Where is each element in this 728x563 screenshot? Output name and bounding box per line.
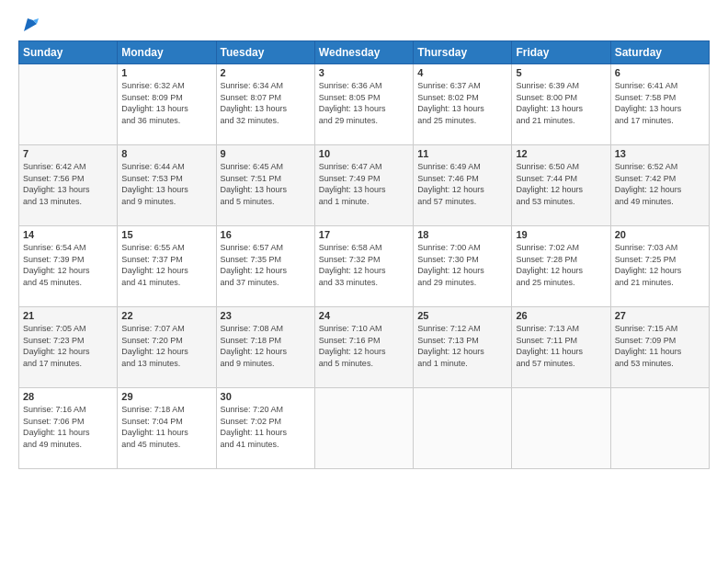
day-info: Sunrise: 7:05 AM Sunset: 7:23 PM Dayligh… [23, 323, 113, 369]
calendar-table: SundayMondayTuesdayWednesdayThursdayFrid… [18, 40, 710, 469]
day-info: Sunrise: 6:32 AM Sunset: 8:09 PM Dayligh… [121, 80, 211, 126]
day-number: 3 [319, 67, 409, 78]
day-number: 13 [615, 148, 705, 159]
day-number: 10 [319, 148, 409, 159]
day-info: Sunrise: 6:50 AM Sunset: 7:44 PM Dayligh… [516, 161, 606, 207]
day-number: 4 [417, 67, 507, 78]
calendar-cell: 23Sunrise: 7:08 AM Sunset: 7:18 PM Dayli… [216, 307, 314, 388]
day-info: Sunrise: 6:41 AM Sunset: 7:58 PM Dayligh… [615, 80, 705, 126]
day-number: 16 [221, 229, 311, 240]
day-info: Sunrise: 7:20 AM Sunset: 7:02 PM Dayligh… [221, 404, 311, 450]
col-header-wednesday: Wednesday [314, 41, 413, 64]
day-info: Sunrise: 7:07 AM Sunset: 7:20 PM Dayligh… [121, 323, 211, 369]
calendar-header-row: SundayMondayTuesdayWednesdayThursdayFrid… [19, 41, 710, 64]
calendar-cell: 10Sunrise: 6:47 AM Sunset: 7:49 PM Dayli… [314, 145, 413, 226]
col-header-sunday: Sunday [19, 41, 118, 64]
calendar-cell: 29Sunrise: 7:18 AM Sunset: 7:04 PM Dayli… [118, 388, 216, 469]
day-number: 27 [615, 310, 705, 321]
day-number: 29 [121, 391, 211, 402]
day-number: 17 [319, 229, 409, 240]
col-header-tuesday: Tuesday [216, 41, 314, 64]
day-info: Sunrise: 6:58 AM Sunset: 7:32 PM Dayligh… [319, 242, 409, 288]
col-header-monday: Monday [118, 41, 216, 64]
header [18, 15, 710, 31]
day-info: Sunrise: 7:12 AM Sunset: 7:13 PM Dayligh… [417, 323, 507, 369]
calendar-week-row: 7Sunrise: 6:42 AM Sunset: 7:56 PM Daylig… [19, 145, 710, 226]
calendar-cell: 6Sunrise: 6:41 AM Sunset: 7:58 PM Daylig… [610, 64, 709, 145]
col-header-thursday: Thursday [414, 41, 512, 64]
day-info: Sunrise: 6:34 AM Sunset: 8:07 PM Dayligh… [221, 80, 311, 126]
calendar-cell: 28Sunrise: 7:16 AM Sunset: 7:06 PM Dayli… [19, 388, 118, 469]
calendar-cell [414, 388, 512, 469]
col-header-saturday: Saturday [610, 41, 709, 64]
calendar-cell: 24Sunrise: 7:10 AM Sunset: 7:16 PM Dayli… [314, 307, 413, 388]
day-number: 12 [516, 148, 606, 159]
day-number: 23 [221, 310, 311, 321]
calendar-week-row: 21Sunrise: 7:05 AM Sunset: 7:23 PM Dayli… [19, 307, 710, 388]
day-info: Sunrise: 6:52 AM Sunset: 7:42 PM Dayligh… [615, 161, 705, 207]
calendar-cell: 9Sunrise: 6:45 AM Sunset: 7:51 PM Daylig… [216, 145, 314, 226]
day-info: Sunrise: 6:45 AM Sunset: 7:51 PM Dayligh… [221, 161, 311, 207]
calendar-cell: 25Sunrise: 7:12 AM Sunset: 7:13 PM Dayli… [414, 307, 512, 388]
calendar-week-row: 1Sunrise: 6:32 AM Sunset: 8:09 PM Daylig… [19, 64, 710, 145]
page: SundayMondayTuesdayWednesdayThursdayFrid… [0, 0, 728, 563]
calendar-cell [512, 388, 610, 469]
col-header-friday: Friday [512, 41, 610, 64]
day-number: 18 [417, 229, 507, 240]
day-number: 15 [121, 229, 211, 240]
calendar-cell: 3Sunrise: 6:36 AM Sunset: 8:05 PM Daylig… [314, 64, 413, 145]
day-info: Sunrise: 7:15 AM Sunset: 7:09 PM Dayligh… [615, 323, 705, 369]
day-number: 14 [23, 229, 113, 240]
calendar-cell: 7Sunrise: 6:42 AM Sunset: 7:56 PM Daylig… [19, 145, 118, 226]
day-number: 8 [121, 148, 211, 159]
day-info: Sunrise: 7:02 AM Sunset: 7:28 PM Dayligh… [516, 242, 606, 288]
day-number: 11 [417, 148, 507, 159]
calendar-cell [314, 388, 413, 469]
day-number: 1 [121, 67, 211, 78]
calendar-cell: 15Sunrise: 6:55 AM Sunset: 7:37 PM Dayli… [118, 226, 216, 307]
day-number: 21 [23, 310, 113, 321]
day-number: 19 [516, 229, 606, 240]
day-number: 28 [23, 391, 113, 402]
day-info: Sunrise: 7:03 AM Sunset: 7:25 PM Dayligh… [615, 242, 705, 288]
day-info: Sunrise: 6:39 AM Sunset: 8:00 PM Dayligh… [516, 80, 606, 126]
day-info: Sunrise: 6:36 AM Sunset: 8:05 PM Dayligh… [319, 80, 409, 126]
calendar-cell: 1Sunrise: 6:32 AM Sunset: 8:09 PM Daylig… [118, 64, 216, 145]
day-info: Sunrise: 7:08 AM Sunset: 7:18 PM Dayligh… [221, 323, 311, 369]
calendar-cell: 2Sunrise: 6:34 AM Sunset: 8:07 PM Daylig… [216, 64, 314, 145]
logo-icon [20, 15, 40, 35]
calendar-cell: 18Sunrise: 7:00 AM Sunset: 7:30 PM Dayli… [414, 226, 512, 307]
day-info: Sunrise: 6:42 AM Sunset: 7:56 PM Dayligh… [23, 161, 113, 207]
calendar-cell: 21Sunrise: 7:05 AM Sunset: 7:23 PM Dayli… [19, 307, 118, 388]
calendar-cell: 19Sunrise: 7:02 AM Sunset: 7:28 PM Dayli… [512, 226, 610, 307]
day-info: Sunrise: 6:44 AM Sunset: 7:53 PM Dayligh… [121, 161, 211, 207]
calendar-cell: 16Sunrise: 6:57 AM Sunset: 7:35 PM Dayli… [216, 226, 314, 307]
calendar-week-row: 28Sunrise: 7:16 AM Sunset: 7:06 PM Dayli… [19, 388, 710, 469]
day-number: 25 [417, 310, 507, 321]
calendar-cell: 14Sunrise: 6:54 AM Sunset: 7:39 PM Dayli… [19, 226, 118, 307]
logo [18, 15, 40, 31]
calendar-cell: 8Sunrise: 6:44 AM Sunset: 7:53 PM Daylig… [118, 145, 216, 226]
day-number: 22 [121, 310, 211, 321]
calendar-cell [610, 388, 709, 469]
day-number: 30 [221, 391, 311, 402]
day-info: Sunrise: 7:16 AM Sunset: 7:06 PM Dayligh… [23, 404, 113, 450]
day-number: 7 [23, 148, 113, 159]
calendar-cell [19, 64, 118, 145]
day-info: Sunrise: 7:13 AM Sunset: 7:11 PM Dayligh… [516, 323, 606, 369]
day-number: 20 [615, 229, 705, 240]
day-number: 24 [319, 310, 409, 321]
calendar-cell: 20Sunrise: 7:03 AM Sunset: 7:25 PM Dayli… [610, 226, 709, 307]
calendar-cell: 22Sunrise: 7:07 AM Sunset: 7:20 PM Dayli… [118, 307, 216, 388]
day-number: 2 [221, 67, 311, 78]
calendar-cell: 4Sunrise: 6:37 AM Sunset: 8:02 PM Daylig… [414, 64, 512, 145]
day-info: Sunrise: 7:10 AM Sunset: 7:16 PM Dayligh… [319, 323, 409, 369]
day-info: Sunrise: 6:57 AM Sunset: 7:35 PM Dayligh… [221, 242, 311, 288]
day-info: Sunrise: 7:00 AM Sunset: 7:30 PM Dayligh… [417, 242, 507, 288]
day-number: 5 [516, 67, 606, 78]
calendar-cell: 30Sunrise: 7:20 AM Sunset: 7:02 PM Dayli… [216, 388, 314, 469]
calendar-cell: 11Sunrise: 6:49 AM Sunset: 7:46 PM Dayli… [414, 145, 512, 226]
calendar-cell: 5Sunrise: 6:39 AM Sunset: 8:00 PM Daylig… [512, 64, 610, 145]
calendar-cell: 26Sunrise: 7:13 AM Sunset: 7:11 PM Dayli… [512, 307, 610, 388]
day-info: Sunrise: 6:47 AM Sunset: 7:49 PM Dayligh… [319, 161, 409, 207]
